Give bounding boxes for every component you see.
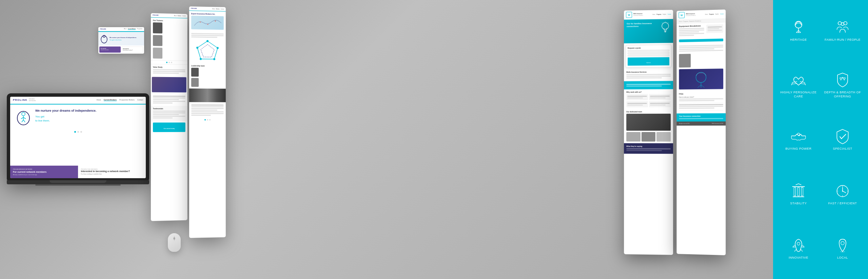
svg-line-6 xyxy=(23,120,25,122)
popup-nav: PROLINK About Current Brokers Prospectiv… xyxy=(98,27,144,31)
buying-power-label: BUYING POWER xyxy=(785,147,811,151)
svg-point-16 xyxy=(213,58,215,60)
icon-cell-highly-personalize: HIGHLY PERSONALIZE CARE xyxy=(776,58,821,112)
pentagon-svg xyxy=(196,39,219,62)
laptop-stand xyxy=(50,180,106,183)
rocket-icon xyxy=(790,237,807,254)
laptop-foot xyxy=(35,184,121,186)
svg-point-53 xyxy=(841,241,844,245)
svg-point-29 xyxy=(795,21,802,28)
svg-point-15 xyxy=(217,47,219,49)
carousel-dots xyxy=(10,130,146,134)
icon-cell-fast-efficient: FAST / EFFICIENT xyxy=(821,167,865,221)
map-area xyxy=(191,16,224,30)
mockups-section: PROLINK BROKER NETWORK About Current Bro… xyxy=(0,0,773,279)
svg-line-4 xyxy=(23,117,26,119)
right-panel: HERITAGE FAMILY-RUN / PEOPLE xyxy=(773,0,868,279)
svg-line-31 xyxy=(796,31,798,33)
location-icon xyxy=(834,237,851,254)
prolink-logo: PROLINK BROKER NETWORK xyxy=(13,98,36,102)
icon-cell-innovative: INNOVATIVE xyxy=(776,221,821,276)
shield-crown-icon xyxy=(834,72,851,89)
svg-point-47 xyxy=(842,190,843,191)
hero-icon xyxy=(15,109,32,126)
ins2-footer: All rights reserved 2024 Wells Insurance… xyxy=(677,122,726,126)
icon-cell-specialist: SPECIALIST xyxy=(821,112,865,167)
popup-cards: For current network members Interested i… xyxy=(98,45,144,54)
tree-graphic-area xyxy=(679,69,723,90)
svg-point-38 xyxy=(797,133,800,135)
laptop-popup: PROLINK About Current Brokers Prospectiv… xyxy=(98,27,144,54)
prolink-logo-sub: BROKER NETWORK xyxy=(29,98,36,102)
heritage-label: HERITAGE xyxy=(790,38,807,42)
svg-line-27 xyxy=(698,85,701,88)
local-label: LOCAL xyxy=(837,256,848,260)
tall-mockup-expert: PROLINK About Brokers Contact Expert Ins… xyxy=(189,6,226,238)
svg-point-52 xyxy=(797,242,800,245)
laptop-screen-outer: PROLINK BROKER NETWORK About Current Bro… xyxy=(7,93,149,180)
svg-line-24 xyxy=(662,22,663,23)
insurance-mockup-1: W Wells Insurance Insurance Brokers Home… xyxy=(624,10,673,255)
icon-cell-local: LOCAL xyxy=(821,221,865,276)
insurance-mockup-2: W Wells Insurance Insurance Brokers Home… xyxy=(677,10,726,255)
prolink-logo-text: PROLINK xyxy=(13,98,27,101)
svg-line-3 xyxy=(21,117,23,119)
photo-band xyxy=(189,89,226,102)
cta-button[interactable]: Get started today xyxy=(153,123,185,132)
clock-icon xyxy=(834,183,851,200)
laptop-hero-content: We nurture your dreams of independence. … xyxy=(35,109,96,126)
fast-efficient-label: FAST / EFFICIENT xyxy=(828,202,857,206)
icon-cell-heritage: HERITAGE xyxy=(776,3,821,58)
hands-heart-icon xyxy=(790,72,807,89)
lightbulb-icon xyxy=(659,21,671,36)
columns-icon xyxy=(790,183,807,200)
icon-cell-depth-breadth: DEPTH & BREADTH OF OFFERING xyxy=(821,58,865,112)
highly-personalize-label: HIGHLY PERSONALIZE CARE xyxy=(778,91,819,98)
tall-mockup-prolink: PROLINK About Brokers Contact Our Traine… xyxy=(151,13,188,221)
laptop-bottom-cards: PROLINK BROKER NETWORK For current netwo… xyxy=(10,166,146,178)
team-photo-main xyxy=(626,114,671,131)
svg-line-46 xyxy=(843,191,846,193)
icon-cell-family-run: FAMILY-RUN / PEOPLE xyxy=(821,3,865,58)
testimonials-section: What they're saying xyxy=(624,143,673,154)
ins-hero: Our for families Insurance connections xyxy=(624,19,673,43)
svg-line-23 xyxy=(668,22,669,23)
people-icon xyxy=(834,19,851,36)
stability-label: STABILITY xyxy=(790,202,807,206)
cta-strip: Your Insurance connection xyxy=(677,113,726,122)
svg-rect-43 xyxy=(801,187,803,196)
laptop-mockup: PROLINK BROKER NETWORK About Current Bro… xyxy=(7,93,149,186)
laptop-hero: We nurture your dreams of independence. … xyxy=(10,105,146,130)
innovative-label: INNOVATIVE xyxy=(789,256,808,260)
svg-marker-13 xyxy=(201,44,214,57)
icon-cell-buying-power: BUYING POWER xyxy=(776,112,821,167)
svg-line-5 xyxy=(22,120,23,122)
map-svg xyxy=(191,16,224,30)
svg-point-11 xyxy=(215,20,216,22)
svg-point-17 xyxy=(200,58,202,60)
specialist-label: SPECIALIST xyxy=(833,147,852,151)
ins2-cta-button[interactable] xyxy=(679,39,723,42)
svg-marker-12 xyxy=(197,41,218,59)
svg-point-7 xyxy=(101,36,107,43)
tree-icon xyxy=(790,19,807,36)
teal-strip xyxy=(624,81,673,90)
popup-hero: We nurture your dreams of independence. … xyxy=(98,32,144,45)
laptop-nav: PROLINK BROKER NETWORK About Current Bro… xyxy=(10,97,146,104)
icon-cell-stability: STABILITY xyxy=(776,167,821,221)
svg-point-36 xyxy=(841,23,844,25)
quote-form: Request a quote Submit xyxy=(626,44,671,68)
svg-point-19 xyxy=(662,22,669,29)
svg-rect-42 xyxy=(798,187,800,196)
tree-svg xyxy=(679,69,723,90)
handshake-icon xyxy=(790,128,807,145)
svg-line-28 xyxy=(701,85,705,88)
laptop-card-teal: PROSPECTIVE BROKERS Interested in becomi… xyxy=(78,166,146,178)
main-container: PROLINK BROKER NETWORK About Current Bro… xyxy=(0,0,868,279)
svg-rect-41 xyxy=(794,187,796,196)
laptop-base xyxy=(7,180,149,184)
laptop-card-purple: PROLINK BROKER NETWORK For current netwo… xyxy=(10,166,78,178)
svg-line-32 xyxy=(798,31,801,33)
mouse xyxy=(168,233,181,252)
case-study-img xyxy=(152,77,186,93)
